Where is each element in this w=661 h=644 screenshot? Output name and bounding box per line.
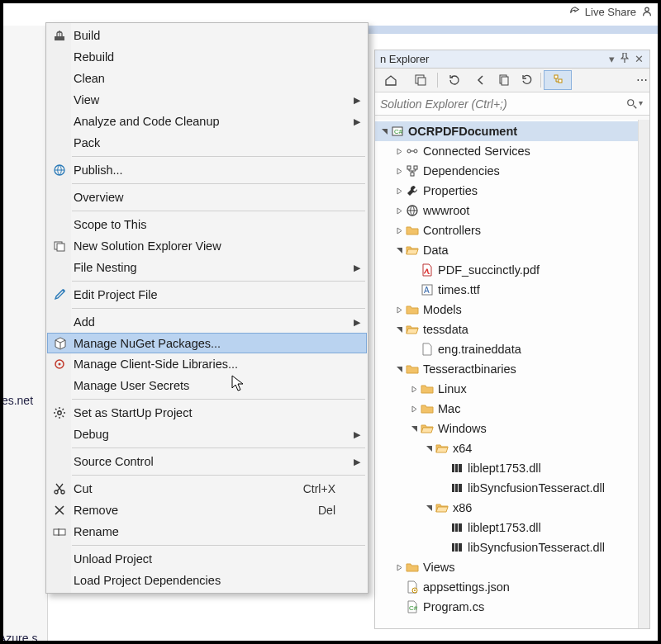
menu-item[interactable]: Scope to This bbox=[47, 214, 367, 235]
tree-row[interactable]: Data bbox=[375, 240, 638, 260]
toolbar-overflow[interactable]: ⋯ bbox=[636, 70, 648, 90]
menu-item[interactable]: Publish... bbox=[47, 159, 367, 181]
tree-row[interactable]: Properties bbox=[375, 181, 638, 201]
tree-row[interactable]: C#OCRPDFDocument bbox=[375, 121, 638, 141]
solution-tree[interactable]: C#OCRPDFDocumentConnected ServicesDepend… bbox=[375, 120, 638, 628]
search-row[interactable]: ▾ bbox=[375, 92, 649, 116]
expand-icon[interactable] bbox=[393, 564, 405, 571]
toolbar-history-dropdown[interactable] bbox=[440, 70, 468, 90]
menu-item[interactable]: Rebuild bbox=[47, 46, 367, 68]
svg-rect-12 bbox=[407, 166, 411, 169]
menu-item[interactable]: New Solution Explorer View bbox=[47, 235, 367, 257]
menu-item[interactable]: Set as StartUp Project bbox=[47, 402, 367, 424]
menu-item[interactable]: Pack bbox=[47, 132, 367, 154]
expand-icon[interactable] bbox=[423, 504, 435, 512]
menu-item[interactable]: Unload Project bbox=[47, 548, 367, 570]
menu-item[interactable]: Clean bbox=[47, 68, 367, 89]
menu-item[interactable]: Rename bbox=[47, 521, 367, 542]
expand-icon[interactable] bbox=[393, 326, 405, 334]
expand-icon[interactable] bbox=[393, 187, 405, 195]
expand-icon[interactable] bbox=[393, 207, 405, 215]
cs-icon: C# bbox=[405, 600, 420, 613]
expand-icon[interactable] bbox=[393, 227, 405, 234]
toolbar-home-dropdown[interactable] bbox=[377, 70, 405, 90]
dll-icon bbox=[449, 462, 464, 475]
menu-item[interactable]: Build bbox=[47, 25, 367, 46]
tree-row[interactable]: Models bbox=[375, 300, 638, 320]
tree-row[interactable]: eng.traineddata bbox=[375, 339, 638, 359]
svg-rect-21 bbox=[452, 484, 454, 492]
tree-row[interactable]: PDF_succinctly.pdf bbox=[375, 260, 638, 280]
menu-item[interactable]: Overview bbox=[47, 187, 367, 208]
tree-row[interactable]: wwwroot bbox=[375, 201, 638, 220]
tree-row[interactable]: Linux bbox=[375, 379, 638, 399]
menu-item[interactable]: RemoveDel bbox=[47, 500, 367, 521]
expand-icon[interactable] bbox=[393, 247, 405, 254]
expand-icon[interactable] bbox=[393, 148, 405, 155]
menu-item[interactable]: Edit Project File bbox=[47, 284, 367, 305]
search-input[interactable] bbox=[378, 96, 623, 112]
tree-item-label: Connected Services bbox=[423, 144, 530, 158]
gear-icon bbox=[51, 406, 68, 419]
tree-item-label: Program.cs bbox=[423, 600, 484, 613]
expand-icon[interactable] bbox=[378, 128, 390, 135]
tree-row[interactable]: appsettings.json bbox=[375, 577, 638, 597]
expand-icon[interactable] bbox=[423, 445, 435, 452]
expand-icon[interactable] bbox=[408, 425, 420, 433]
search-icon[interactable]: ▾ bbox=[623, 98, 646, 110]
tree-row[interactable]: Controllers bbox=[375, 220, 638, 240]
tree-row[interactable]: C#Program.cs bbox=[375, 597, 638, 617]
tree-row[interactable]: Tesseractbinaries bbox=[375, 359, 638, 379]
tree-row[interactable]: liblept1753.dll bbox=[375, 458, 638, 478]
pin-icon[interactable] bbox=[617, 53, 632, 65]
tree-row[interactable]: libSyncfusionTesseract.dll bbox=[375, 537, 638, 557]
menu-item[interactable]: Add▶ bbox=[47, 311, 367, 333]
toolbar-showall-toggle[interactable] bbox=[544, 70, 572, 90]
tree-row[interactable]: liblept1753.dll bbox=[375, 518, 638, 537]
account-icon[interactable] bbox=[641, 6, 653, 17]
tree-row[interactable]: x86 bbox=[375, 498, 638, 518]
menu-item[interactable]: Manage User Secrets bbox=[47, 375, 367, 396]
menu-item[interactable]: Manage NuGet Packages... bbox=[47, 333, 367, 353]
tree-row[interactable]: Dependencies bbox=[375, 161, 638, 181]
tree-row[interactable]: libSyncfusionTesseract.dll bbox=[375, 478, 638, 498]
menu-item[interactable]: Debug▶ bbox=[47, 424, 367, 445]
menu-item[interactable]: File Nesting▶ bbox=[47, 257, 367, 278]
svg-rect-41 bbox=[54, 529, 65, 535]
toolbar-copy-button[interactable] bbox=[493, 70, 515, 90]
panel-titlebar[interactable]: n Explorer ▾ ✕ bbox=[375, 50, 649, 69]
menu-item-label: Pack bbox=[74, 136, 100, 149]
menu-item[interactable]: Manage Client-Side Libraries... bbox=[47, 353, 367, 375]
panel-dropdown-icon[interactable]: ▾ bbox=[606, 53, 617, 65]
svg-rect-13 bbox=[414, 166, 417, 169]
tree-row[interactable]: x64 bbox=[375, 438, 638, 458]
menu-item[interactable]: Analyze and Code Cleanup▶ bbox=[47, 111, 367, 132]
toolbar-back-button[interactable] bbox=[470, 70, 492, 90]
expand-icon[interactable] bbox=[408, 386, 420, 393]
expand-icon[interactable] bbox=[408, 405, 420, 413]
tree-row[interactable]: Views bbox=[375, 557, 638, 577]
toolbar-view-dropdown[interactable] bbox=[407, 70, 435, 90]
toolbar-refresh-button[interactable] bbox=[516, 70, 538, 90]
svg-rect-22 bbox=[455, 484, 458, 492]
expand-icon[interactable] bbox=[393, 306, 405, 314]
menu-item[interactable]: View▶ bbox=[47, 89, 367, 111]
expand-icon[interactable] bbox=[393, 168, 405, 175]
menu-item[interactable]: Source Control▶ bbox=[47, 451, 367, 472]
folder-open-icon bbox=[420, 422, 435, 435]
live-share-label[interactable]: Live Share bbox=[585, 6, 636, 18]
close-icon[interactable]: ✕ bbox=[632, 53, 646, 65]
scrollbar[interactable] bbox=[638, 120, 649, 628]
nuget-icon bbox=[52, 337, 69, 350]
svg-rect-32 bbox=[55, 36, 64, 40]
tree-row[interactable]: Atimes.ttf bbox=[375, 280, 638, 300]
tree-row[interactable]: tessdata bbox=[375, 320, 638, 339]
tree-row[interactable]: Mac bbox=[375, 399, 638, 419]
tree-item-label: Linux bbox=[438, 382, 467, 395]
tree-row[interactable]: Connected Services bbox=[375, 141, 638, 161]
menu-item[interactable]: CutCtrl+X bbox=[47, 478, 367, 500]
expand-icon[interactable] bbox=[393, 366, 405, 373]
menu-item[interactable]: Load Project Dependencies bbox=[47, 570, 367, 591]
menu-item-label: Clean bbox=[74, 72, 105, 85]
tree-row[interactable]: Windows bbox=[375, 419, 638, 438]
